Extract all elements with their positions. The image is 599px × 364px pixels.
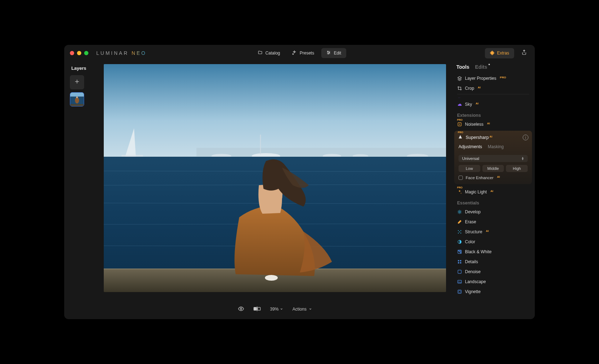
- maximize-window-button[interactable]: [84, 51, 88, 55]
- svg-rect-19: [260, 135, 261, 154]
- svg-rect-35: [258, 307, 261, 310]
- subtab-adjustments-label: Adjustments: [459, 144, 482, 149]
- pro-badge: PRO: [457, 186, 462, 189]
- plus-icon: [74, 78, 80, 87]
- logo-text-sub: NEO: [132, 50, 147, 56]
- sliders-icon: [326, 50, 331, 56]
- extras-label: Extras: [497, 51, 509, 56]
- level-high-button[interactable]: High: [506, 165, 528, 172]
- nav-edit-button[interactable]: Edit: [321, 48, 346, 58]
- share-button[interactable]: [519, 48, 529, 58]
- tool-erase-label: Erase: [465, 219, 476, 224]
- svg-point-3: [327, 51, 328, 52]
- tool-erase[interactable]: Erase: [454, 217, 532, 227]
- face-enhancer-checkbox[interactable]: Face Enhancer AI: [459, 176, 528, 180]
- svg-point-38: [460, 98, 460, 98]
- tool-noiseless[interactable]: PRO Noiseless AI: [454, 119, 532, 129]
- titlebar-right: Extras: [485, 48, 529, 58]
- level-middle-label: Middle: [487, 166, 499, 171]
- add-layer-button[interactable]: [70, 75, 84, 89]
- landscape-icon: [457, 279, 462, 284]
- zoom-control[interactable]: 39%: [270, 307, 283, 312]
- face-enhancer-label: Face Enhancer: [466, 176, 493, 180]
- level-low-button[interactable]: Low: [459, 165, 480, 172]
- tool-noiseless-label: Noiseless: [465, 122, 483, 127]
- ai-badge: AI: [476, 102, 478, 105]
- nav-catalog-label: Catalog: [265, 51, 280, 56]
- svg-rect-56: [458, 260, 459, 261]
- bw-icon: [457, 249, 462, 254]
- tool-sky[interactable]: Sky AI: [454, 99, 532, 109]
- tool-landscape[interactable]: Landscape: [454, 277, 532, 287]
- tool-denoise[interactable]: Denoise: [454, 267, 532, 277]
- tool-develop[interactable]: Develop: [454, 207, 532, 217]
- svg-line-46: [461, 213, 461, 213]
- svg-line-47: [458, 213, 459, 213]
- subtab-adjustments[interactable]: Adjustments: [459, 144, 482, 150]
- noiseless-icon: PRO: [457, 122, 462, 127]
- supersharp-label: Supersharp: [466, 135, 489, 140]
- denoise-icon: [457, 269, 462, 274]
- tool-layer-properties[interactable]: Layer Properties PRO: [454, 73, 532, 83]
- compare-button[interactable]: [254, 306, 261, 312]
- svg-point-32: [265, 275, 278, 281]
- tool-crop[interactable]: Crop AI: [454, 83, 532, 93]
- supersharp-header[interactable]: PRO Supersharp AI i: [454, 131, 532, 144]
- svg-rect-60: [458, 270, 461, 273]
- info-button[interactable]: i: [523, 135, 528, 140]
- tool-vignette[interactable]: Vignette: [454, 287, 532, 297]
- supersharp-preset-value: Universal: [462, 156, 479, 161]
- canvas-viewport[interactable]: [98, 64, 451, 299]
- nav-presets-button[interactable]: Presets: [287, 48, 319, 58]
- tool-landscape-label: Landscape: [465, 279, 486, 284]
- svg-rect-8: [70, 93, 84, 97]
- canvas-area: 39% Actions: [98, 61, 451, 319]
- tool-structure[interactable]: Structure AI: [454, 227, 532, 237]
- tab-edits[interactable]: Edits: [475, 64, 487, 70]
- pro-badge: PRO: [500, 76, 506, 79]
- develop-icon: [457, 209, 462, 214]
- supersharp-preset-select[interactable]: Universal ▲▼: [459, 155, 528, 162]
- right-panel: Tools Edits Layer Properties PRO: [451, 61, 535, 319]
- svg-rect-34: [254, 307, 257, 310]
- tool-magic-light-label: Magic Light: [465, 189, 487, 194]
- supersharp-level-segments: Low Middle High: [459, 165, 528, 172]
- subtab-masking[interactable]: Masking: [488, 144, 504, 150]
- eye-icon: [238, 306, 244, 313]
- extras-button[interactable]: Extras: [485, 48, 514, 58]
- tool-details[interactable]: Details: [454, 257, 532, 267]
- svg-rect-10: [70, 104, 84, 106]
- layer-thumbnail[interactable]: [70, 92, 84, 106]
- sparkle-icon: [292, 50, 297, 56]
- preview-toggle-button[interactable]: [238, 306, 244, 313]
- tool-magic-light[interactable]: PRO Magic Light AI: [454, 187, 532, 197]
- ai-badge: AI: [490, 135, 492, 138]
- tool-crop-label: Crop: [465, 86, 474, 91]
- panel-tabs: Tools Edits: [451, 61, 535, 72]
- level-high-label: High: [513, 166, 521, 171]
- section-extensions: Extensions: [454, 109, 532, 119]
- actions-button[interactable]: Actions: [292, 307, 312, 312]
- supersharp-subtabs: Adjustments Masking: [454, 144, 532, 153]
- tab-tools[interactable]: Tools: [456, 64, 469, 70]
- ai-badge: AI: [490, 189, 493, 193]
- tool-bw[interactable]: Black & White: [454, 247, 532, 257]
- tool-develop-label: Develop: [465, 209, 481, 214]
- ai-badge: AI: [486, 229, 489, 233]
- svg-point-50: [460, 230, 461, 231]
- close-window-button[interactable]: [70, 51, 74, 55]
- tools-scroller[interactable]: Sky AI Extensions PRO Noiseless AI: [451, 95, 535, 319]
- window-controls: [70, 51, 88, 55]
- svg-point-49: [458, 230, 459, 231]
- level-middle-button[interactable]: Middle: [482, 165, 504, 172]
- tool-color[interactable]: Color: [454, 237, 532, 247]
- photo-canvas[interactable]: [104, 64, 446, 292]
- minimize-window-button[interactable]: [77, 51, 81, 55]
- sparkle-icon: [457, 95, 461, 99]
- pro-badge: PRO: [457, 119, 462, 121]
- nav-catalog-button[interactable]: Catalog: [253, 48, 285, 58]
- tool-details-label: Details: [465, 259, 478, 264]
- tool-enhance-truncated[interactable]: [454, 95, 532, 99]
- app-window: LUMINAR NEO Catalog Presets Edit: [64, 45, 535, 319]
- color-icon: [457, 239, 462, 244]
